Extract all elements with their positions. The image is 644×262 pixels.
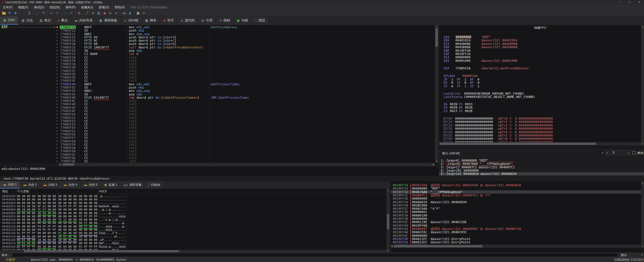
registers-vertical-scrollbar[interactable]: ▲ ▼ (641, 25, 644, 146)
dump-vertical-scrollbar[interactable]: ▲ ▼ (386, 189, 390, 252)
close-debuggee-icon[interactable]: ■ (13, 11, 18, 16)
stack-row[interactable]: 0019FF1C004607C1返回到 daxxor(32).004607C1 … (391, 194, 641, 197)
breakpoint-dot-icon[interactable] (56, 87, 58, 88)
breakpoint-dot-icon[interactable] (56, 70, 58, 71)
stack-row[interactable]: 0019FF100045C92A返回到 daxxor(32).0045C92A … (391, 184, 641, 187)
disasm-row[interactable]: 77085F59CCint3 (0, 143, 435, 146)
flags-row[interactable]: OF0SF0DF0 (439, 81, 641, 84)
breakpoint-dot-icon[interactable] (56, 150, 58, 152)
fpu-register-row[interactable]: ST(5)00000000000000000000x87r5空0.0000000… (439, 134, 641, 137)
spinner-down-icon[interactable]: ▼ (606, 152, 608, 154)
disasm-row[interactable]: 77085F5DCCint3 (0, 156, 435, 160)
menu-item[interactable]: 文件(F) (0, 5, 15, 10)
run-to-user-code-icon[interactable]: ⇒ (48, 11, 54, 16)
breakpoint-dot-icon[interactable] (56, 137, 58, 139)
breakpoint-dot-icon[interactable] (56, 134, 58, 135)
strings-icon[interactable]: Az (121, 11, 127, 16)
disasm-row[interactable]: 77085F238BECmov ebp,esp (0, 32, 435, 36)
breakpoint-dot-icon[interactable] (56, 110, 58, 112)
disasm-row[interactable]: 77085F25FF75 04push dword ptr ss:[ebp+4] (0, 36, 435, 39)
fpu-register-row[interactable]: ST(0)00000000000000000000x87r0空0.0000000… (439, 117, 641, 120)
disasm-row[interactable]: 77085F3ECCint3 (0, 76, 435, 79)
registers-pane[interactable]: 隐藏FPU EAX00400000"MZP"EBX00401024daxxor(… (439, 25, 641, 146)
breakpoint-dot-icon[interactable] (56, 57, 58, 58)
breakpoint-dot-icon[interactable] (56, 130, 58, 132)
function-analysis-icon[interactable]: fx (107, 11, 113, 16)
menu-item[interactable]: 选项(O) (96, 5, 112, 10)
tab-call-stack[interactable]: ▣调用堆栈 (96, 16, 121, 25)
breakpoint-dot-icon[interactable] (56, 53, 58, 55)
arg-row[interactable]: 5: [esp+14] 00466034 daxxor(32).00466034 (439, 172, 644, 175)
step-over-icon[interactable]: ↷ (40, 11, 46, 16)
menu-item[interactable]: 帮助(H) (112, 5, 128, 10)
spinner-up-icon[interactable]: ▲ (627, 152, 629, 154)
dump-row[interactable]: 0046610404 00 00 0068 16 40 007C 17 40 0… (0, 218, 386, 221)
stack-row[interactable]: 0019FF3800000000 (391, 217, 641, 220)
disasm-row[interactable]: 77085F55CCint3 (0, 129, 435, 133)
register-row[interactable]: EBX00401024daxxor(32).00401024 (439, 39, 641, 42)
disasm-row[interactable]: 77085F28FF75 0Cpush dword ptr ss:[ebp+C] (0, 39, 435, 42)
dump-row[interactable]: 004660E400 00 00 001D 16 40 0000 00 00 0… (0, 212, 386, 215)
breakpoint-dot-icon[interactable] (56, 144, 58, 145)
register-row[interactable]: EAX00400000"MZP" (439, 35, 641, 39)
breakpoint-dot-icon[interactable] (56, 140, 58, 142)
dump-row[interactable]: 0046615408 00 05 0000 00 00 0020 61 46 0… (0, 235, 386, 238)
command-profile-select[interactable]: 默认 (621, 253, 627, 257)
tab-log[interactable]: ▤日志 (18, 16, 36, 25)
tab-cpu[interactable]: ▦CPU (0, 16, 18, 25)
disasm-vertical-scrollbar[interactable]: ▲ ▼ (435, 25, 438, 163)
hide-fpu-button[interactable]: 隐藏FPU (439, 26, 641, 30)
disasm-row[interactable]: 77085F52CCint3 (0, 119, 435, 123)
disasm-row[interactable]: 77085F208BFFmov edi,ediGetProcAddress (0, 25, 435, 29)
tab-threads[interactable]: ⇉线程 (216, 16, 234, 25)
scroll-up-icon[interactable]: ▲ (641, 25, 643, 28)
breakpoint-dot-icon[interactable] (56, 50, 58, 51)
disasm-row[interactable]: 77085F2EFF15 240C0F77call dword ptr ds:[… (0, 46, 435, 49)
stack-row[interactable]: 0019FF28002BC000 (391, 204, 641, 207)
minimize-button[interactable]: − (615, 0, 625, 5)
tab-watch1[interactable]: ◉监视 1 (101, 181, 121, 189)
breakpoint-dot-icon[interactable] (56, 93, 58, 95)
breakpoint-dot-icon[interactable] (56, 100, 58, 102)
disasm-row[interactable]: 77085F53CCint3 (0, 123, 435, 126)
disasm-row[interactable]: 77085F5ECCint3 (0, 160, 435, 163)
scroll-down-icon[interactable]: ▼ (641, 143, 643, 145)
arg-row[interactable]: 2: [esp+8] 00467BA8 "___CPPdebugHook" (439, 162, 644, 165)
restart-icon[interactable]: ↻ (7, 11, 13, 16)
disasm-row[interactable]: 77085F3BCCint3 (0, 66, 435, 69)
tab-symbols[interactable]: ◈符号 (160, 16, 177, 25)
menu-item[interactable]: 跟踪(N) (47, 5, 63, 10)
disasm-row[interactable]: 77085F3DCCint3 (0, 72, 435, 76)
stack-row[interactable]: 0019FF3400000100 (391, 214, 641, 217)
stack-row[interactable]: 0019FF1400400000"MZP" (391, 187, 641, 190)
breakpoint-dot-icon[interactable] (56, 73, 58, 75)
labels-icon[interactable]: ▤ (96, 11, 102, 16)
register-row[interactable]: ESI00000000 (439, 56, 641, 59)
breakpoint-dot-icon[interactable] (56, 46, 58, 48)
register-row[interactable]: EDX0045B088daxxor(32).0045B088 (439, 45, 641, 49)
dump-row[interactable]: 0046613404 00 00 00F0 FF FF FF00 00 00 0… (0, 228, 386, 231)
scroll-up-icon[interactable]: ▲ (641, 182, 643, 184)
stack-row[interactable]: 0019FF2000000000 (391, 197, 641, 200)
arguments-panel[interactable]: 默认 (stdcall) ▼ ▼ 5 ▲ 解锁 1: [esp+4] 00400… (439, 149, 644, 181)
memory-dump-pane[interactable]: 地址 十六进制 ASCII 0046609400 40 00 9000 00 0… (0, 189, 386, 250)
fpu-register-row[interactable]: ST(2)00000000000000000000x87r2空0.0000000… (439, 124, 641, 127)
stack-row[interactable]: 0019FF54004012FCdaxxor(32).EntryPoint (391, 241, 641, 244)
seh-chain-icon[interactable]: S (76, 11, 82, 16)
stack-pane[interactable]: 0019FF100045C92A返回到 daxxor(32).0045C92A … (390, 181, 641, 252)
title-bar[interactable]: DaXXoR(32).ExE - PID: 9868 - 模块: kernel3… (0, 0, 644, 5)
disasm-row[interactable]: 77085F4FCCint3 (0, 109, 435, 113)
breakpoint-dot-icon[interactable] (56, 147, 58, 149)
breakpoint-dot-icon[interactable] (56, 63, 58, 65)
dump-row[interactable]: 00466184DC FF FF FFE0 18 40 0005 04 00 0… (0, 245, 386, 248)
flags-row[interactable]: ZF1PF1AF0 (439, 78, 641, 81)
disasm-row[interactable]: 77085F54CCint3 (0, 126, 435, 129)
patch-icon[interactable]: ╱ (84, 11, 90, 16)
scroll-down-icon[interactable]: ▼ (436, 160, 438, 162)
dump-row[interactable]: 0046609400 40 00 9000 00 00 0000 00 00 0… (0, 195, 386, 198)
tab-breakpoints[interactable]: ●断点 (54, 16, 71, 25)
disasm-row[interactable]: 77085F3ACCint3 (0, 62, 435, 66)
breakpoint-dot-icon[interactable] (56, 60, 58, 61)
run-to-user-module-icon[interactable]: ↦ (68, 11, 74, 16)
breakpoint-dot-icon[interactable] (56, 114, 58, 115)
